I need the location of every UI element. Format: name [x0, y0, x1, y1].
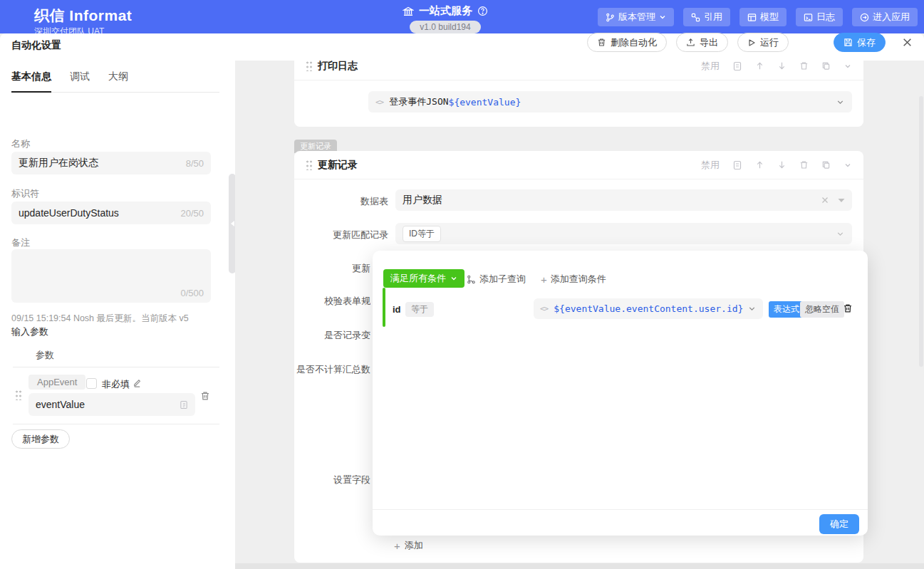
bank-icon [403, 6, 414, 17]
version-manage-button[interactable]: 版本管理 [598, 8, 674, 26]
name-value: 更新用户在岗状态 [19, 157, 98, 169]
collapse-node-icon[interactable] [843, 161, 852, 169]
confirm-button[interactable]: 确定 [819, 514, 859, 534]
brand-subtitle: 深圳交付团队 UAT [34, 26, 104, 33]
logs-button[interactable]: 日志 [796, 8, 843, 26]
model-button[interactable]: 模型 [739, 8, 787, 26]
copy-node-icon[interactable] [821, 61, 831, 71]
clear-icon[interactable] [821, 196, 829, 204]
tab-outline[interactable]: 大纲 [108, 71, 128, 92]
condition-mode-dropdown[interactable]: 满足所有条件 [383, 269, 464, 288]
play-icon [747, 38, 756, 47]
subquery-icon [467, 275, 476, 284]
param-name-value: eventValue [36, 399, 85, 410]
disable-toggle[interactable]: 禁用 [701, 61, 720, 73]
branch-icon [606, 13, 615, 22]
copy-node-icon[interactable] [821, 160, 831, 169]
add-field-button[interactable]: + 添加 [394, 539, 423, 552]
data-table-label: 数据表 [294, 195, 388, 208]
identifier-input[interactable]: updateUserDutyStatus 20/50 [11, 202, 211, 224]
match-record-select[interactable]: ID等于 [395, 223, 852, 244]
output-value-prefix: 登录事件JSON [389, 95, 448, 108]
enter-app-button[interactable]: 进入应用 [852, 8, 918, 26]
topbar-actions: 版本管理 引用 模型 日志 进入应用 [598, 8, 918, 26]
automation-settings-modal: 自动化设置 删除自动化 导出 运行 保存 基本信息 调试 [0, 33, 924, 569]
add-param-button[interactable]: 新增参数 [11, 429, 70, 449]
brand-logo: 织信 Informat [34, 6, 132, 26]
ignore-empty-tag[interactable]: 忽略空值 [800, 301, 844, 318]
enter-app-icon [860, 13, 869, 22]
delete-param-icon[interactable] [200, 391, 210, 401]
node-drag-handle[interactable] [306, 160, 312, 170]
terminal-icon [804, 13, 813, 22]
move-up-icon[interactable] [755, 160, 764, 169]
query-condition-popup: 满足所有条件 添加子查询 + 添加查询条件 id 等于 <> ${eventVa… [373, 251, 868, 536]
tab-debug[interactable]: 调试 [70, 71, 90, 92]
param-optional-checkbox[interactable] [86, 378, 97, 389]
output-value-expression: ${eventValue} [449, 97, 521, 108]
reference-icon [691, 13, 700, 22]
plus-icon: + [394, 540, 400, 552]
add-subquery-button[interactable]: 添加子查询 [467, 273, 526, 286]
hidden-field-label: 更新 [235, 262, 370, 275]
expression-tag[interactable]: 表达式 [769, 301, 804, 318]
identifier-value: updateUserDutyStatus [19, 207, 119, 219]
add-condition-label: 添加查询条件 [551, 273, 606, 286]
chevron-down-icon[interactable] [836, 229, 845, 239]
tab-basic-info[interactable]: 基本信息 [11, 71, 51, 93]
save-button[interactable]: 保存 [834, 33, 886, 52]
select-caret-icon[interactable] [838, 198, 845, 203]
chevron-down-icon[interactable] [836, 98, 845, 107]
hidden-field-label: 是否不计算汇总数 [235, 363, 370, 376]
close-icon[interactable] [902, 37, 913, 48]
edit-pencil-icon[interactable] [133, 378, 142, 387]
node-print-log: 打印日志 禁用 输出内容 <> 登录事件JSON${eventValue} [294, 61, 863, 127]
condition-value-input[interactable]: <> ${eventValue.eventContent.user.id} [534, 298, 763, 319]
chevron-down-icon[interactable] [747, 304, 757, 313]
param-name-input[interactable]: eventValue [28, 393, 195, 416]
save-label: 保存 [857, 36, 876, 49]
delete-node-icon[interactable] [799, 160, 809, 169]
output-content-input[interactable]: <> 登录事件JSON${eventValue} [368, 91, 852, 113]
version-manage-label: 版本管理 [618, 11, 655, 24]
hidden-field-label: 设置字段 [235, 474, 370, 486]
horizontal-scrollbar[interactable] [235, 563, 924, 569]
delete-condition-icon[interactable] [843, 303, 853, 313]
delete-node-icon[interactable] [799, 61, 809, 71]
name-input[interactable]: 更新用户在岗状态 8/50 [11, 152, 211, 174]
remark-textarea[interactable]: 0/500 [11, 249, 211, 303]
add-field-label: 添加 [405, 539, 423, 552]
node-title: 更新记录 [318, 159, 358, 172]
insert-field-icon[interactable] [180, 400, 188, 409]
condition-mode-label: 满足所有条件 [390, 272, 446, 285]
data-table-select[interactable]: 用户数据 [395, 189, 852, 211]
sidebar-tabs: 基本信息 调试 大纲 [11, 71, 219, 93]
plus-icon: + [541, 273, 547, 286]
note-icon[interactable] [732, 61, 742, 71]
move-down-icon[interactable] [777, 160, 787, 169]
condition-group-bar [383, 288, 385, 327]
param-drag-handle[interactable] [15, 390, 21, 400]
move-down-icon[interactable] [777, 61, 787, 71]
node-print-log-header[interactable]: 打印日志 禁用 [294, 61, 863, 80]
export-button[interactable]: 导出 [676, 33, 728, 52]
chevron-down-icon [659, 14, 666, 21]
delete-automation-button[interactable]: 删除自动化 [587, 33, 667, 52]
match-record-tag: ID等于 [403, 226, 441, 242]
disable-toggle[interactable]: 禁用 [701, 159, 720, 172]
help-circle-icon[interactable] [477, 6, 488, 16]
add-condition-button[interactable]: + 添加查询条件 [541, 273, 606, 286]
reference-button[interactable]: 引用 [683, 8, 730, 26]
run-label: 运行 [760, 36, 779, 49]
node-drag-handle[interactable] [306, 61, 312, 71]
node-update-record-header[interactable]: 更新记录 禁用 [294, 151, 863, 179]
table-icon [747, 13, 757, 22]
note-icon[interactable] [732, 160, 742, 170]
identifier-label: 标识符 [11, 187, 39, 200]
collapse-node-icon[interactable] [843, 62, 852, 71]
move-up-icon[interactable] [755, 61, 764, 71]
condition-operator-tag[interactable]: 等于 [405, 302, 434, 317]
code-icon: <> [540, 304, 548, 313]
vertical-scrollbar[interactable] [919, 96, 923, 367]
run-button[interactable]: 运行 [737, 33, 789, 52]
